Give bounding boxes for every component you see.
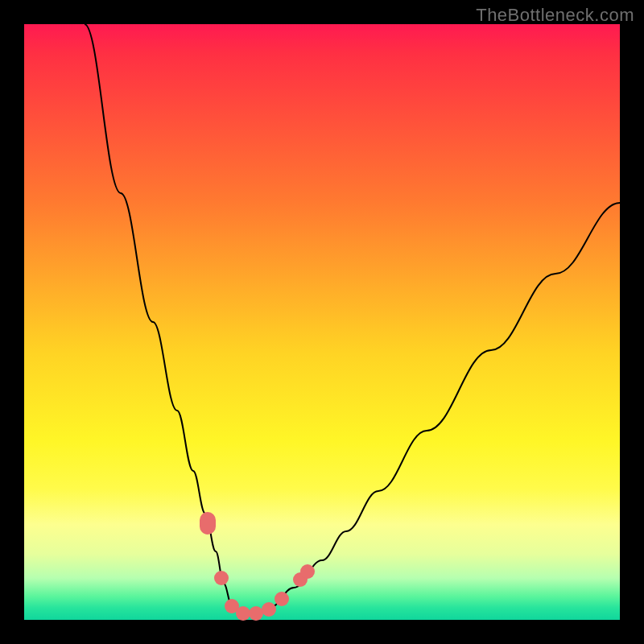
curve-marker — [300, 564, 315, 579]
curve-marker — [262, 602, 276, 617]
curve-marker — [200, 512, 216, 535]
curve-marker — [214, 571, 229, 585]
bottleneck-curve — [24, 24, 620, 620]
watermark-label: TheBottleneck.com — [476, 5, 634, 26]
curve-marker — [275, 592, 289, 606]
chart-plot-area — [24, 24, 620, 620]
